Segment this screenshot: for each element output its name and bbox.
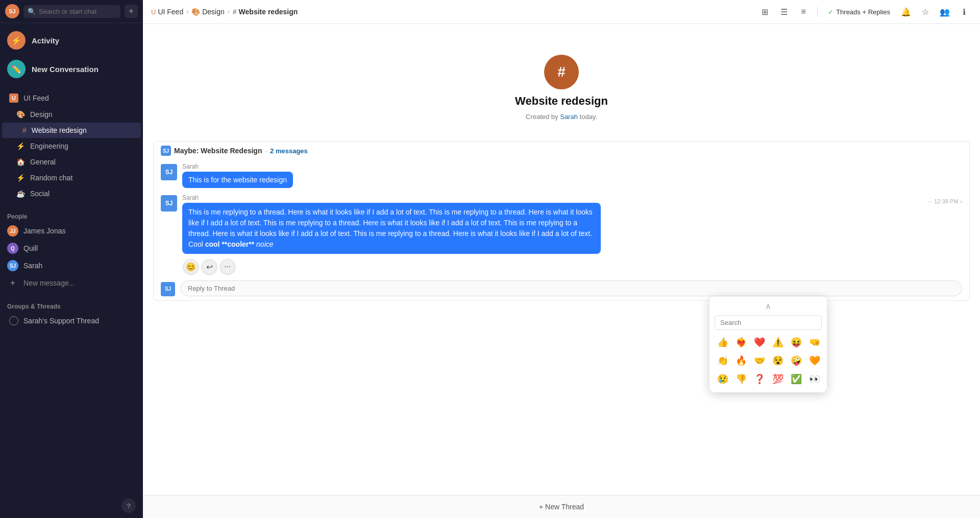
notifications-button[interactable]: 🔔: [898, 4, 914, 19]
sidebar: SJ 🔍 + ⚡ Activity ✏️ New Conversation U …: [0, 0, 143, 518]
emoji-100[interactable]: 💯: [770, 371, 786, 387]
msg2-sender: Sarah: [182, 194, 962, 201]
emoji-question[interactable]: ❓: [751, 371, 768, 387]
quill-avatar: Q: [7, 243, 18, 254]
thread-title: Maybe: Website Redesign: [174, 147, 262, 155]
emoji-heart-fire[interactable]: ❤️‍🔥: [733, 334, 749, 350]
support-thread-icon: [9, 316, 18, 325]
design-label: Design: [30, 110, 53, 119]
emoji-dizzy[interactable]: 😵: [770, 352, 786, 369]
people-item-sarah[interactable]: SJ Sarah: [0, 257, 143, 274]
emoji-handshake[interactable]: 🤝: [751, 352, 768, 369]
sidebar-item-random-chat[interactable]: ⚡ Random chat: [2, 170, 141, 185]
sarah-label: Sarah: [23, 262, 42, 270]
sidebar-item-engineering[interactable]: ⚡ Engineering: [2, 138, 141, 154]
ui-feed-label: UI Feed: [23, 94, 49, 102]
breadcrumb-feed-label: UI Feed: [158, 8, 183, 16]
emoji-warning[interactable]: ⚠️: [770, 334, 786, 350]
emoji-thumbsdown[interactable]: 👎: [733, 371, 749, 387]
main-content: U UI Feed › 🎨 Design › # Website redesig…: [143, 0, 980, 518]
grid-view-button[interactable]: ⊞: [757, 4, 772, 19]
emoji-cry[interactable]: 😢: [715, 371, 731, 387]
msg2-content: Sarah This is me replying to a thread. H…: [182, 194, 962, 254]
emoji-orange-heart[interactable]: 🧡: [806, 352, 823, 369]
social-icon: ☕: [16, 190, 25, 198]
sidebar-item-sarahs-support[interactable]: Sarah's Support Thread: [2, 313, 141, 329]
msg2-bolder: **cooler**: [222, 240, 254, 248]
sidebar-item-website-redesign[interactable]: # Website redesign: [2, 123, 141, 138]
engineering-icon: ⚡: [16, 142, 25, 150]
subtitle-user[interactable]: Sarah: [560, 113, 578, 121]
emoji-picker: ∧ 👍 ❤️‍🔥 ❤️ ⚠️ 😝 🤜 👏 🔥 🤝 😵 🤪 🧡 😢 👎 ❓ 💯: [709, 296, 827, 392]
reply-input[interactable]: [180, 280, 962, 296]
breadcrumb-feed[interactable]: U UI Feed: [151, 8, 183, 16]
general-icon: 🏠: [16, 158, 25, 166]
thread-msg-count-label: 2 messages: [270, 147, 308, 155]
search-input[interactable]: [39, 8, 116, 15]
ellipsis-icon: ···: [927, 198, 932, 204]
message-row-1: SJ Sarah This is for the website redesig…: [154, 160, 969, 191]
breadcrumb-sep-2: ›: [228, 8, 230, 15]
breadcrumb-channel-label: Website redesign: [239, 8, 298, 16]
people-item-new-message[interactable]: + New message...: [0, 274, 143, 292]
people-item-quill[interactable]: Q Quill: [0, 240, 143, 257]
emoji-fire[interactable]: 🔥: [733, 352, 749, 369]
emoji-react-button[interactable]: 😊: [183, 259, 199, 274]
sidebar-item-social[interactable]: ☕ Social: [2, 186, 141, 201]
sidebar-item-ui-feed[interactable]: U UI Feed: [2, 90, 141, 106]
channel-header: # Website redesign Created by Sarah toda…: [143, 24, 980, 136]
emoji-search-input[interactable]: [715, 315, 822, 330]
new-conversation-item[interactable]: ✏️ New Conversation: [0, 55, 143, 83]
breadcrumb-sep-1: ›: [186, 8, 188, 15]
emoji-picker-top: ∧: [715, 301, 822, 311]
list-view-button[interactable]: ☰: [776, 4, 792, 19]
divider: [817, 7, 818, 17]
message-row-2: SJ Sarah This is me replying to a thread…: [154, 191, 969, 257]
thread-avatar: SJ: [161, 146, 171, 156]
sidebar-top: SJ 🔍 +: [0, 0, 143, 23]
design-breadcrumb-icon: 🎨: [191, 8, 200, 16]
breadcrumb-channel[interactable]: # Website redesign: [233, 8, 298, 16]
timestamp: 12:38 PM: [934, 198, 958, 204]
new-message-label: New message...: [23, 279, 75, 287]
new-thread-bar[interactable]: + New Thread: [143, 495, 980, 518]
emoji-eyes[interactable]: 👀: [806, 371, 823, 387]
emoji-collapse-button[interactable]: ∧: [765, 301, 771, 311]
hashtag-icon: #: [22, 126, 27, 134]
sidebar-item-design[interactable]: 🎨 Design: [2, 107, 141, 122]
threads-replies-button[interactable]: ✓ Threads + Replies: [824, 6, 894, 18]
msg2-bold: cool: [205, 240, 220, 248]
sidebar-item-general[interactable]: 🏠 General: [2, 154, 141, 170]
activity-item[interactable]: ⚡ Activity: [0, 26, 143, 55]
star-button[interactable]: ☆: [918, 4, 933, 19]
help-button[interactable]: ?: [121, 499, 136, 513]
emoji-fist-right[interactable]: 🤜: [806, 334, 823, 350]
feed-icon: U: [151, 8, 156, 16]
people-item-james[interactable]: JJ James Jonas: [0, 222, 143, 240]
emoji-clap[interactable]: 👏: [715, 352, 731, 369]
emoji-crazy[interactable]: 🤪: [788, 352, 804, 369]
emoji-tongue[interactable]: 😝: [788, 334, 804, 350]
emoji-checkmark[interactable]: ✅: [788, 371, 804, 387]
engineering-label: Engineering: [30, 142, 68, 150]
info-button[interactable]: ℹ: [957, 4, 972, 19]
random-chat-label: Random chat: [30, 174, 72, 182]
sarah-avatar: SJ: [7, 260, 18, 271]
people-button[interactable]: 👥: [937, 4, 952, 19]
james-avatar: JJ: [7, 225, 18, 237]
website-redesign-label: Website redesign: [32, 126, 87, 134]
thread-msg-count: ·: [265, 147, 267, 155]
emoji-thumbsup[interactable]: 👍: [715, 334, 731, 350]
add-button[interactable]: +: [125, 5, 138, 18]
sarahs-support-label: Sarah's Support Thread: [23, 317, 99, 325]
breadcrumb-design[interactable]: 🎨 Design: [191, 8, 225, 16]
menu-button[interactable]: ≡: [796, 4, 811, 19]
channel-title: Website redesign: [515, 95, 608, 108]
reply-button[interactable]: ↩: [202, 259, 217, 274]
msg2-avatar: SJ: [161, 195, 177, 211]
emoji-heart[interactable]: ❤️: [751, 334, 768, 350]
topbar: U UI Feed › 🎨 Design › # Website redesig…: [143, 0, 980, 24]
new-thread-label: + New Thread: [539, 503, 584, 511]
more-actions-button[interactable]: ···: [220, 259, 235, 274]
search-bar[interactable]: 🔍: [23, 5, 120, 18]
